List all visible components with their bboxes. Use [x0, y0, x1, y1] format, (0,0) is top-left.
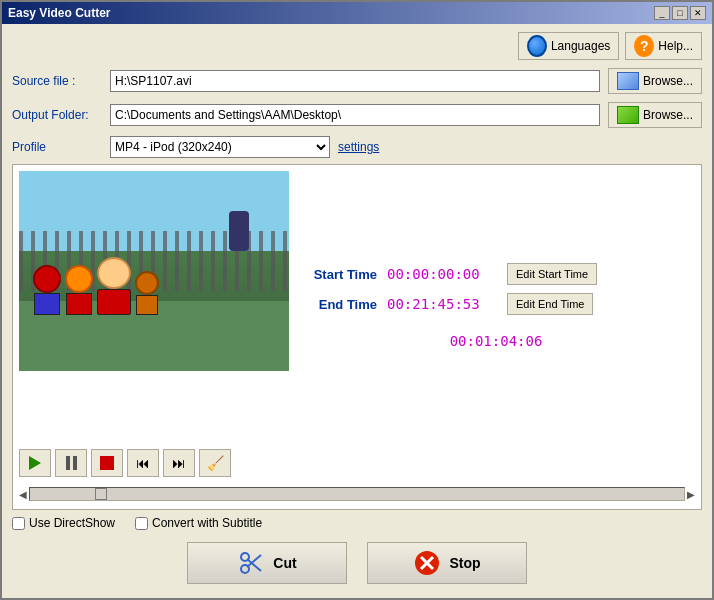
stop-icon — [100, 456, 114, 470]
profile-label: Profile — [12, 140, 102, 154]
end-time-value: 00:21:45:53 — [387, 296, 497, 312]
seek-thumb[interactable] — [95, 488, 107, 500]
prev-frame-icon: ⏮ — [136, 455, 150, 471]
seek-bar: ◀ ▶ — [19, 485, 695, 503]
subtitle-label: Convert with Subtitle — [152, 516, 262, 530]
source-browse-button[interactable]: Browse... — [608, 68, 702, 94]
end-time-label: End Time — [297, 297, 377, 312]
output-input[interactable] — [110, 104, 600, 126]
directshow-checkbox-label[interactable]: Use DirectShow — [12, 516, 115, 530]
seek-right-arrow[interactable]: ▶ — [687, 489, 695, 500]
start-time-label: Start Time — [297, 267, 377, 282]
stop-button[interactable]: Stop — [367, 542, 527, 584]
source-label: Source file : — [12, 74, 102, 88]
directshow-label: Use DirectShow — [29, 516, 115, 530]
minimize-button[interactable]: _ — [654, 6, 670, 20]
controls-info: Start Time 00:00:00:00 Edit Start Time E… — [297, 171, 695, 441]
settings-link[interactable]: settings — [338, 140, 379, 154]
playback-controls: ⏮ ⏭ 🧹 — [19, 445, 695, 481]
folder-output-icon — [617, 106, 639, 124]
end-time-row: End Time 00:21:45:53 Edit End Time — [297, 293, 695, 315]
globe-icon — [527, 36, 547, 56]
current-time-display: 00:01:04:06 — [450, 333, 543, 349]
edit-start-time-button[interactable]: Edit Start Time — [507, 263, 597, 285]
stop-label: Stop — [449, 555, 480, 571]
scissors-icon — [237, 549, 265, 577]
close-button[interactable]: ✕ — [690, 6, 706, 20]
next-frame-button[interactable]: ⏭ — [163, 449, 195, 477]
broom-icon: 🧹 — [207, 455, 224, 471]
maximize-button[interactable]: □ — [672, 6, 688, 20]
action-row: Cut Stop — [12, 536, 702, 590]
clear-button[interactable]: 🧹 — [199, 449, 231, 477]
profile-select[interactable]: MP4 - iPod (320x240) AVI MP3 WMV — [110, 136, 330, 158]
folder-source-icon — [617, 72, 639, 90]
question-icon: ? — [634, 36, 654, 56]
cut-label: Cut — [273, 555, 296, 571]
next-frame-icon: ⏭ — [172, 455, 186, 471]
output-browse-button[interactable]: Browse... — [608, 102, 702, 128]
directshow-checkbox[interactable] — [12, 517, 25, 530]
subtitle-checkbox-label[interactable]: Convert with Subtitle — [135, 516, 262, 530]
main-window: Easy Video Cutter _ □ ✕ Languages ? Help… — [0, 0, 714, 600]
seek-track[interactable] — [29, 487, 685, 501]
window-title: Easy Video Cutter — [8, 6, 110, 20]
window-controls: _ □ ✕ — [654, 6, 706, 20]
video-controls-row: Start Time 00:00:00:00 Edit Start Time E… — [19, 171, 695, 441]
source-input[interactable] — [110, 70, 600, 92]
stop-playback-button[interactable] — [91, 449, 123, 477]
main-panel: Start Time 00:00:00:00 Edit Start Time E… — [12, 164, 702, 510]
stop-action-icon — [413, 549, 441, 577]
content-area: Languages ? Help... Source file : Browse… — [2, 24, 712, 598]
source-file-row: Source file : Browse... — [12, 68, 702, 94]
toolbar: Languages ? Help... — [12, 32, 702, 60]
checkbox-row: Use DirectShow Convert with Subtitle — [12, 516, 702, 530]
output-folder-row: Output Folder: Browse... — [12, 102, 702, 128]
start-time-row: Start Time 00:00:00:00 Edit Start Time — [297, 263, 695, 285]
edit-end-time-button[interactable]: Edit End Time — [507, 293, 593, 315]
help-button[interactable]: ? Help... — [625, 32, 702, 60]
profile-row: Profile MP4 - iPod (320x240) AVI MP3 WMV… — [12, 136, 702, 158]
play-button[interactable] — [19, 449, 51, 477]
prev-frame-button[interactable]: ⏮ — [127, 449, 159, 477]
title-bar: Easy Video Cutter _ □ ✕ — [2, 2, 712, 24]
start-time-value: 00:00:00:00 — [387, 266, 497, 282]
languages-button[interactable]: Languages — [518, 32, 619, 60]
pause-button[interactable] — [55, 449, 87, 477]
subtitle-checkbox[interactable] — [135, 517, 148, 530]
video-preview — [19, 171, 289, 371]
pause-icon — [66, 456, 77, 470]
cut-button[interactable]: Cut — [187, 542, 347, 584]
play-icon — [29, 456, 41, 470]
output-label: Output Folder: — [12, 108, 102, 122]
seek-left-arrow[interactable]: ◀ — [19, 489, 27, 500]
